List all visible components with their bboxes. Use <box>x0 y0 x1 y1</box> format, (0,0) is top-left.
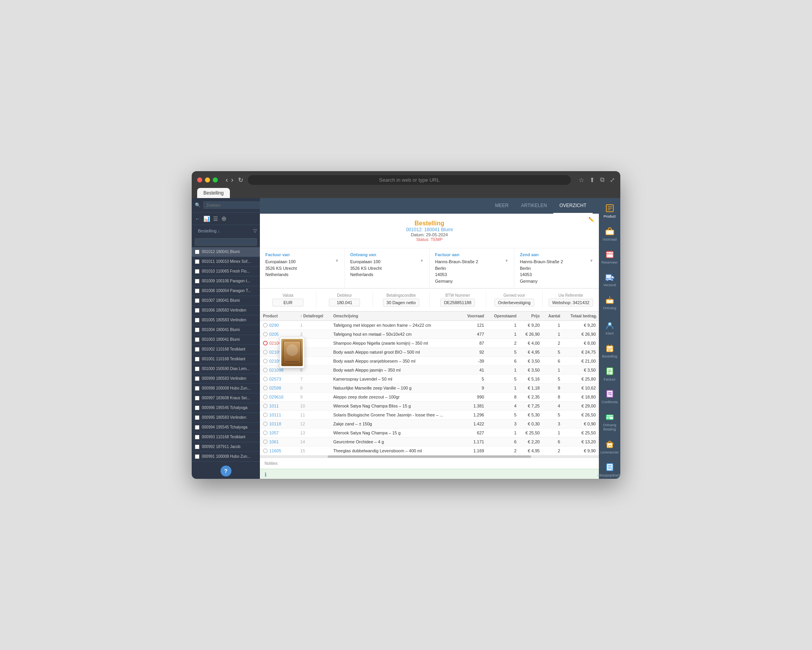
list-item[interactable]: 000994 195545 Tchalyoga <box>192 423 260 432</box>
rs-item-ontvang-betaling[interactable]: Ontvang Betaling <box>599 408 620 435</box>
list-item[interactable]: 001008 100054 Paragon T... <box>192 286 260 296</box>
gereed-value[interactable]: Orderbevestiging <box>494 299 534 306</box>
sort-label[interactable]: Bestelling ↓ <box>195 227 223 235</box>
list-item[interactable]: 000993 110168 Testklant <box>192 432 260 442</box>
order-checkbox[interactable] <box>195 415 199 420</box>
table-row[interactable]: 1057 13 Wierook Satya Nag Champa – 15 g … <box>260 429 599 437</box>
rs-item-voorraad[interactable]: Voorraad <box>599 223 620 245</box>
list-item[interactable]: 001011 100010 Minex Sof... <box>192 257 260 267</box>
close-button[interactable] <box>197 177 202 182</box>
ontvang-van-dropdown[interactable]: ▼ <box>420 259 424 263</box>
rs-item-ontvang[interactable]: Ontvang <box>599 291 620 313</box>
order-checkbox[interactable] <box>195 396 199 400</box>
order-checkbox[interactable] <box>195 386 199 391</box>
filter-icon[interactable]: ▽ <box>253 228 257 234</box>
table-row[interactable]: 1061 14 Geurcrème Orchidee – 4 g 1.171 6… <box>260 437 599 446</box>
table-row[interactable]: 11605 15 Theeglas dubbelwandig Levensboo… <box>260 446 599 455</box>
maximize-button[interactable] <box>213 177 218 182</box>
table-row[interactable]: 021069 🖼️ <box>260 339 599 348</box>
list-item[interactable]: 001005 180583 Verlinden <box>192 315 260 325</box>
list-item[interactable]: 001000 150590 Dias Lem... <box>192 364 260 374</box>
rs-item-klant[interactable]: Klant <box>599 317 620 339</box>
list-icon[interactable]: ☰ <box>213 216 218 222</box>
row-radio[interactable] <box>263 395 268 399</box>
chart-icon[interactable]: 📊 <box>203 216 210 222</box>
order-checkbox[interactable] <box>195 357 199 361</box>
fullscreen-icon[interactable]: ⤢ <box>610 176 615 184</box>
list-item[interactable]: 001002 110168 Testklant <box>192 345 260 354</box>
address-bar[interactable]: Search in web or type URL <box>248 175 571 185</box>
order-checkbox[interactable] <box>195 318 199 322</box>
row-radio[interactable] <box>263 422 268 426</box>
btw-value[interactable]: DE258851188 <box>440 299 475 306</box>
list-item[interactable]: 001007 180041 Blumi <box>192 296 260 306</box>
list-item[interactable]: 001012 180041 Blumi <box>192 247 260 257</box>
list-item[interactable]: 001006 180583 Verlinden <box>192 306 260 315</box>
order-checkbox[interactable] <box>195 298 199 303</box>
order-checkbox[interactable] <box>195 279 199 283</box>
list-item[interactable]: 001003 180041 Blumi <box>192 335 260 345</box>
table-row[interactable]: 021091 4 Body wash Aleppo naturel groot … <box>260 348 599 357</box>
list-item[interactable]: 000995 180583 Verlinden <box>192 413 260 423</box>
order-checkbox[interactable] <box>195 269 199 274</box>
order-checkbox[interactable] <box>195 328 199 332</box>
order-checkbox[interactable] <box>195 445 199 449</box>
table-row[interactable]: 1011 10 Wierook Satya Nag Champa Bliss –… <box>260 402 599 411</box>
factuur-van-dropdown[interactable]: ▼ <box>335 259 339 263</box>
order-checkbox[interactable] <box>195 259 199 264</box>
rs-item-bestelling[interactable]: Bestelling <box>599 340 620 362</box>
edit-button[interactable]: ✏️ <box>588 217 594 222</box>
row-radio[interactable] <box>263 404 268 408</box>
list-item[interactable]: 000992 187911 Jacob <box>192 442 260 452</box>
list-item[interactable]: 000997 183608 Kraus Sei... <box>192 393 260 403</box>
forward-button[interactable]: › <box>231 176 233 184</box>
add-order-icon[interactable]: ⊕ <box>221 215 226 222</box>
valuta-value[interactable]: EUR <box>272 299 304 306</box>
rs-item-reserveer[interactable]: Reserveer <box>599 246 620 268</box>
table-row[interactable]: 021096 5 Body wash Aleppo oranjebloesem … <box>260 357 599 366</box>
back-nav-icon[interactable]: ← <box>195 216 200 222</box>
rs-item-product[interactable]: Product <box>599 200 620 222</box>
rs-item-leverancier[interactable]: Leverancier <box>599 436 620 458</box>
table-row[interactable]: 02573 7 Kamersspray Lavendel – 50 ml 5 5… <box>260 375 599 384</box>
row-radio[interactable] <box>263 377 268 381</box>
row-radio[interactable] <box>263 413 268 417</box>
ref-value[interactable]: Webshop: 3421432 <box>549 299 593 306</box>
search-input[interactable] <box>203 201 260 209</box>
reload-button[interactable]: ↻ <box>238 176 243 184</box>
row-radio[interactable] <box>263 332 268 337</box>
betalings-value[interactable]: 30 Dagen netto <box>383 299 419 306</box>
help-button[interactable]: ? <box>221 466 231 476</box>
table-row[interactable]: 0205 2 Tafelgong hout en metaal – 50x10x… <box>260 330 599 339</box>
rs-item-verzend[interactable]: Verzend <box>599 268 620 290</box>
table-row[interactable]: 021098 6 Body wash Aleppo jasmijn – 350 … <box>260 366 599 375</box>
minimize-button[interactable] <box>205 177 210 182</box>
order-checkbox[interactable] <box>195 347 199 352</box>
order-checkbox[interactable] <box>195 367 199 371</box>
tabs-icon[interactable]: ⧉ <box>600 176 604 184</box>
list-item[interactable]: 001010 110065 Fresh Flo... <box>192 267 260 276</box>
list-item[interactable]: 001009 100106 Paragon t... <box>192 276 260 286</box>
debiteur-value[interactable]: 180.041 <box>329 299 360 306</box>
browser-tab[interactable]: Bestelling <box>197 188 230 198</box>
row-radio[interactable] <box>263 368 268 372</box>
share-icon[interactable]: ⬆ <box>590 176 595 184</box>
table-row[interactable]: 10118 12 Zakje zand – ± 150g 1.422 3 € 0… <box>260 420 599 429</box>
list-item[interactable]: 000999 180583 Verlinden <box>192 374 260 384</box>
order-checkbox[interactable] <box>195 454 199 459</box>
table-row[interactable]: 0290 1 Tafelgong met klopper en houten f… <box>260 321 599 330</box>
row-radio[interactable] <box>263 350 268 354</box>
row-radio[interactable] <box>263 323 268 328</box>
rs-item-factuur[interactable]: Factuur <box>599 363 620 385</box>
tab-meer[interactable]: MEER <box>489 198 515 214</box>
rs-item-creditnota[interactable]: Creditnota <box>599 385 620 407</box>
row-radio[interactable] <box>263 341 268 345</box>
tab-artikelen[interactable]: ARTIKELEN <box>515 198 553 214</box>
order-checkbox[interactable] <box>195 406 199 410</box>
tab-overzicht[interactable]: OVERZICHT <box>553 198 593 214</box>
order-checkbox[interactable] <box>195 376 199 381</box>
list-item[interactable]: 000998 100008 Hubo Zun... <box>192 384 260 393</box>
table-row[interactable]: 029616 9 Aleppo zeep dode zeezout – 100g… <box>260 393 599 402</box>
factuur-aan-dropdown[interactable]: ▼ <box>505 259 508 263</box>
list-item[interactable]: 000996 195545 Tchalyoga <box>192 403 260 413</box>
